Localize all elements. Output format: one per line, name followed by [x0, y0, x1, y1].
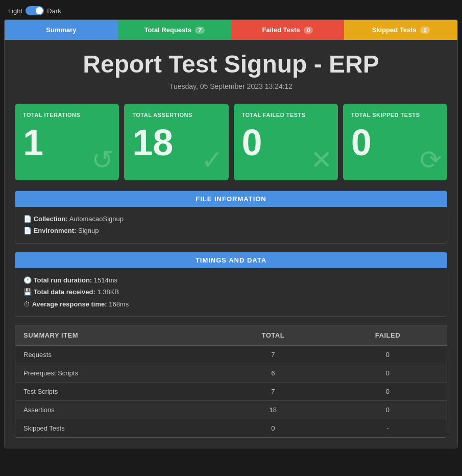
tab-skipped-badge: 0	[420, 27, 429, 34]
data-icon: 💾	[23, 288, 32, 296]
data-received-label: Total data received:	[34, 288, 95, 296]
col-total-header: TOTAL	[217, 325, 329, 346]
collection-file-icon: 📄	[23, 215, 32, 223]
stats-row: TOTAL ITERATIONS 1 ↺ TOTAL ASSERTIONS 18…	[5, 104, 457, 191]
collection-value: AutomacaoSignup	[69, 215, 124, 223]
table-row: Requests 7 0	[15, 345, 447, 364]
tab-skipped-label: Skipped Tests	[372, 26, 417, 34]
failed-icon: ✕	[310, 145, 333, 175]
data-received-row: 💾 Total data received: 1.38KB	[23, 286, 439, 298]
avg-response-row: ⏱ Average response time: 168ms	[23, 298, 439, 310]
main-container: Summary Total Requests 7 Failed Tests 0 …	[4, 19, 458, 448]
timings-header: TIMINGS AND DATA	[15, 252, 447, 268]
table-row: Prerequest Scripts 6 0	[15, 364, 447, 382]
theme-toggle-wrap[interactable]: Light Dark	[8, 6, 61, 15]
collection-label: Collection:	[34, 215, 68, 223]
environment-row: 📄 Environment: Signup	[23, 225, 439, 236]
timer-icon: ⏱	[23, 300, 30, 308]
row-item-4: Skipped Tests	[15, 419, 217, 437]
data-received-value: 1.38KB	[97, 288, 119, 296]
timings-body: 🕐 Total run duration: 1514ms 💾 Total dat…	[15, 268, 447, 316]
stat-card-assertions: TOTAL ASSERTIONS 18 ✓	[124, 104, 228, 180]
run-duration-value: 1514ms	[94, 276, 117, 284]
stat-skipped-label: TOTAL SKIPPED TESTS	[351, 112, 439, 118]
environment-label: Environment:	[34, 227, 77, 234]
tab-summary-label: Summary	[46, 26, 76, 34]
summary-table-section: SUMMARY ITEM TOTAL FAILED Requests 7 0 P…	[15, 325, 447, 438]
skipped-icon: ⟳	[420, 145, 442, 175]
stat-iterations-label: TOTAL ITERATIONS	[23, 112, 111, 118]
run-duration-row: 🕐 Total run duration: 1514ms	[23, 274, 439, 286]
row-total-1: 6	[217, 364, 329, 382]
timings-section: TIMINGS AND DATA 🕐 Total run duration: 1…	[15, 252, 447, 317]
tab-requests-label: Total Requests	[144, 26, 191, 34]
tab-skipped[interactable]: Skipped Tests 0	[344, 20, 457, 40]
table-header-row: SUMMARY ITEM TOTAL FAILED	[15, 325, 447, 346]
row-failed-4: -	[329, 419, 447, 437]
collection-row: 📄 Collection: AutomacaoSignup	[23, 213, 439, 225]
row-total-2: 7	[217, 382, 329, 400]
row-total-0: 7	[217, 345, 329, 364]
iterations-icon: ↺	[91, 145, 114, 175]
row-item-0: Requests	[15, 345, 217, 364]
row-item-3: Assertions	[15, 400, 217, 419]
environment-value: Signup	[78, 227, 99, 234]
file-info-header: FILE INFORMATION	[15, 191, 447, 207]
environment-file-icon: 📄	[23, 227, 32, 234]
tab-failed-badge: 0	[304, 27, 313, 34]
avg-response-label: Average response time:	[32, 300, 107, 308]
tab-bar: Summary Total Requests 7 Failed Tests 0 …	[5, 20, 457, 40]
summary-table: SUMMARY ITEM TOTAL FAILED Requests 7 0 P…	[15, 325, 447, 437]
row-item-1: Prerequest Scripts	[15, 364, 217, 382]
report-title: Report Test Signup - ERP	[15, 50, 447, 78]
tab-summary[interactable]: Summary	[5, 20, 118, 40]
tab-requests[interactable]: Total Requests 7	[118, 20, 231, 40]
header-section: Report Test Signup - ERP Tuesday, 05 Sep…	[5, 40, 457, 104]
dark-label: Dark	[47, 7, 61, 15]
clock-icon: 🕐	[23, 276, 32, 284]
stat-failed-label: TOTAL FAILED TESTS	[242, 112, 330, 118]
row-failed-2: 0	[329, 382, 447, 400]
file-info-body: 📄 Collection: AutomacaoSignup 📄 Environm…	[15, 207, 447, 243]
report-date: Tuesday, 05 September 2023 13:24:12	[15, 82, 447, 90]
row-total-3: 18	[217, 400, 329, 419]
tab-failed[interactable]: Failed Tests 0	[231, 20, 345, 40]
col-failed-header: FAILED	[329, 325, 447, 346]
row-item-2: Test Scripts	[15, 382, 217, 400]
stat-assertions-label: TOTAL ASSERTIONS	[132, 112, 220, 118]
theme-toggle[interactable]	[26, 6, 44, 15]
topbar: Light Dark	[4, 4, 458, 19]
col-item-header: SUMMARY ITEM	[15, 325, 217, 346]
tab-failed-label: Failed Tests	[262, 26, 300, 34]
row-failed-0: 0	[329, 345, 447, 364]
stat-card-skipped: TOTAL SKIPPED TESTS 0 ⟳	[343, 104, 447, 180]
stat-card-failed: TOTAL FAILED TESTS 0 ✕	[234, 104, 338, 180]
row-total-4: 0	[217, 419, 329, 437]
stat-card-iterations: TOTAL ITERATIONS 1 ↺	[15, 104, 119, 180]
table-row: Test Scripts 7 0	[15, 382, 447, 400]
light-label: Light	[8, 7, 22, 15]
tab-requests-badge: 7	[195, 27, 204, 34]
row-failed-1: 0	[329, 364, 447, 382]
file-info-section: FILE INFORMATION 📄 Collection: Automacao…	[15, 191, 447, 244]
assertions-icon: ✓	[201, 145, 224, 175]
avg-response-value: 168ms	[109, 300, 129, 308]
row-failed-3: 0	[329, 400, 447, 419]
table-row: Skipped Tests 0 -	[15, 419, 447, 437]
table-row: Assertions 18 0	[15, 400, 447, 419]
run-duration-label: Total run duration:	[34, 276, 92, 284]
